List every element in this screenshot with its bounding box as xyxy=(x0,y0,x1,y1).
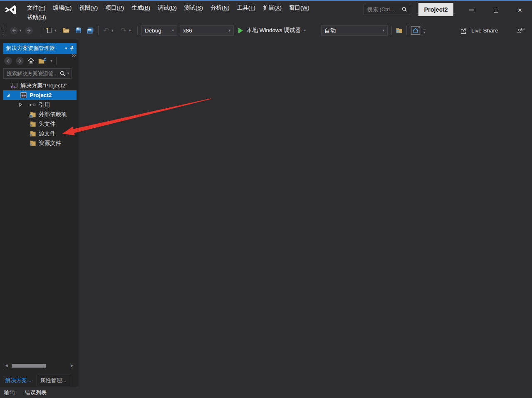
menu-view[interactable]: 视图(V) xyxy=(75,2,101,13)
menu-project[interactable]: 项目(P) xyxy=(101,2,128,13)
menu-edit[interactable]: 编辑(E) xyxy=(49,2,75,13)
open-folder-icon xyxy=(62,27,70,34)
standard-toolbar: ▾ ▾ ↶ ▾ ↷ ▾ Debug ▾ x86 ▾ 本地 Windows 调试器… xyxy=(0,22,532,39)
auto-attach-dropdown[interactable]: 自动 ▾ xyxy=(321,25,388,36)
cpp-project-icon: ++ xyxy=(20,92,27,99)
save-all-button[interactable] xyxy=(87,22,94,39)
search-icon xyxy=(402,7,407,12)
filtered-folder-icon xyxy=(29,140,36,147)
solution-explorer-header[interactable]: 解决方案资源管理器 ▾ xyxy=(3,43,77,54)
tree-item-solution[interactable]: 解决方案“Project2” xyxy=(0,81,78,90)
redo-button[interactable]: ↷ xyxy=(121,22,126,39)
close-button[interactable]: × xyxy=(508,2,532,18)
debugger-target-label: 本地 Windows 调试器 xyxy=(247,27,301,34)
tree-item-resource-files[interactable]: 资源文件 xyxy=(0,138,78,148)
menu-analyze[interactable]: 分析(N) xyxy=(207,2,233,13)
browser-dropdown-caret[interactable]: ▾ xyxy=(423,23,426,41)
save-button[interactable] xyxy=(75,22,82,39)
tree-item-references[interactable]: 引用 xyxy=(0,100,78,109)
tree-item-source-files[interactable]: 源文件 xyxy=(0,129,78,138)
tree-item-external-dependencies[interactable]: 外部依赖项 xyxy=(0,109,78,119)
chevron-down-icon[interactable]: ▾ xyxy=(50,59,52,63)
filtered-folder-icon xyxy=(29,121,36,127)
filtered-folder-icon xyxy=(29,130,36,137)
undo-dropdown-caret[interactable]: ▾ xyxy=(111,22,114,39)
menu-test[interactable]: 测试(S) xyxy=(181,2,207,13)
feedback-person-icon xyxy=(517,27,525,34)
tab-property-manager[interactable]: 属性管理... xyxy=(37,375,70,386)
chevron-down-icon: ▾ xyxy=(111,29,114,32)
toolbar-separator xyxy=(98,26,99,35)
quick-search-input[interactable] xyxy=(366,6,400,13)
solution-tree: 解决方案“Project2” ++ Project2 引用 外部依赖项 头文件 xyxy=(0,81,78,148)
maximize-button[interactable] xyxy=(484,2,508,18)
live-share-button[interactable]: Live Share xyxy=(460,22,498,39)
scroll-right-icon[interactable]: ▶ xyxy=(71,364,74,368)
feedback-button[interactable] xyxy=(517,22,525,39)
solution-configuration-value: Debug xyxy=(145,27,161,34)
solution-platform-dropdown[interactable]: x86 ▾ xyxy=(180,25,234,36)
solution-configuration-dropdown[interactable]: Debug ▾ xyxy=(141,25,177,36)
tree-item-label: 头文件 xyxy=(39,120,56,128)
chevron-down-icon[interactable]: ▾ xyxy=(67,72,69,75)
live-share-label: Live Share xyxy=(471,27,498,34)
explorer-back-button[interactable] xyxy=(4,57,12,65)
tree-item-project[interactable]: ++ Project2 xyxy=(3,90,77,100)
new-item-dropdown-caret[interactable]: ▾ xyxy=(54,22,57,39)
menu-window[interactable]: 窗口(W) xyxy=(285,2,313,13)
home-icon[interactable] xyxy=(27,57,35,64)
scrollbar-thumb[interactable] xyxy=(12,364,46,368)
collapsed-triangle-icon[interactable] xyxy=(18,102,23,107)
tab-error-list[interactable]: 错误列表 xyxy=(25,389,47,396)
menu-extensions[interactable]: 扩展(X) xyxy=(259,2,285,13)
find-in-files-button[interactable] xyxy=(396,22,403,39)
solution-explorer-title: 解决方案资源管理器 xyxy=(6,45,62,52)
back-dropdown-caret[interactable]: ▾ xyxy=(20,22,22,39)
menu-tools[interactable]: 工具(T) xyxy=(233,2,259,13)
tree-item-label: 外部依赖项 xyxy=(39,111,67,118)
open-file-button[interactable] xyxy=(62,22,70,39)
solution-search-box[interactable]: ▾ xyxy=(3,68,72,79)
menu-debug[interactable]: 调试(D) xyxy=(154,2,181,13)
expanded-triangle-icon[interactable] xyxy=(6,93,10,97)
undo-button[interactable]: ↶ xyxy=(103,22,109,39)
save-icon xyxy=(75,27,82,34)
tree-item-header-files[interactable]: 头文件 xyxy=(0,119,78,129)
chevron-down-icon: ▾ xyxy=(380,29,384,32)
tree-item-label: 源文件 xyxy=(39,130,56,137)
save-all-icon xyxy=(87,27,94,34)
navigate-forward-button[interactable] xyxy=(25,22,33,39)
redo-dropdown-caret[interactable]: ▾ xyxy=(129,22,131,39)
horizontal-scrollbar[interactable]: ◀ ▶ xyxy=(4,363,74,368)
close-icon: × xyxy=(518,7,522,14)
navigate-back-button[interactable] xyxy=(10,22,18,39)
new-file-icon xyxy=(46,27,52,34)
minimize-button[interactable] xyxy=(460,2,484,18)
tool-window-tabs: 解决方案... 属性管理... xyxy=(2,375,70,386)
chevron-down-icon: ▾ xyxy=(304,29,306,32)
svg-text:++: ++ xyxy=(22,93,26,97)
chevron-down-icon[interactable]: ▾ xyxy=(65,47,67,50)
solution-search-input[interactable] xyxy=(6,70,59,77)
browser-home-button[interactable] xyxy=(411,22,421,39)
explorer-forward-button[interactable] xyxy=(16,57,24,65)
references-icon xyxy=(29,102,36,108)
solution-icon xyxy=(11,82,18,89)
tab-solution-explorer[interactable]: 解决方案... xyxy=(2,375,35,386)
scroll-left-icon[interactable]: ◀ xyxy=(5,364,8,368)
tree-item-label: Project2 xyxy=(30,92,52,98)
start-debugging-button[interactable]: 本地 Windows 调试器 ▾ xyxy=(238,22,306,39)
live-share-icon xyxy=(460,27,468,34)
solution-platform-value: x86 xyxy=(183,27,192,34)
sync-with-active-document-icon[interactable] xyxy=(38,57,47,64)
minimize-icon xyxy=(469,10,474,10)
toolbar-overflow-chevrons-icon[interactable] xyxy=(72,54,77,57)
new-item-button[interactable] xyxy=(46,22,52,39)
browser-home-icon xyxy=(411,26,421,35)
quick-search-box[interactable] xyxy=(364,4,410,15)
editor-area xyxy=(79,39,532,387)
toolbar-grip-handle[interactable] xyxy=(2,25,4,36)
tab-output[interactable]: 输出 xyxy=(4,389,15,396)
pin-icon[interactable] xyxy=(69,45,74,51)
menu-build[interactable]: 生成(B) xyxy=(128,2,154,13)
